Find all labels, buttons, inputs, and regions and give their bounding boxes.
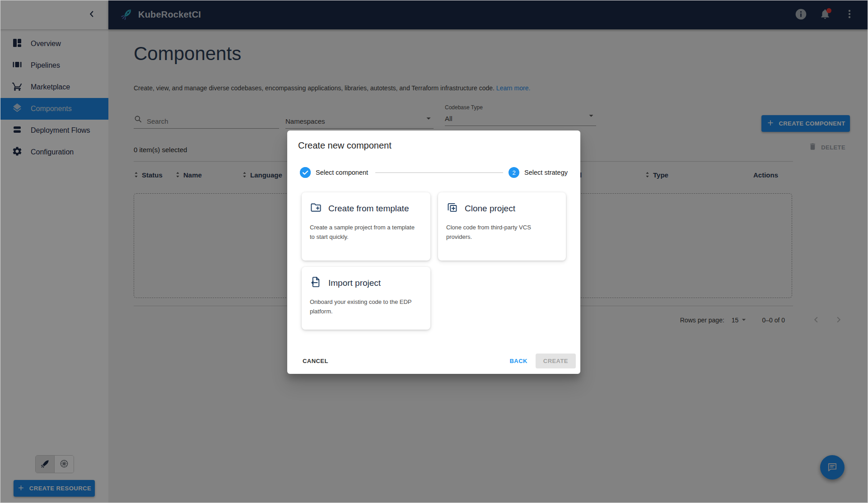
step-number-badge: 2 [509,167,519,178]
strategy-cards: Create from template Create a sample pro… [298,192,569,330]
file-import-icon [310,276,322,290]
card-header: Create from template [310,201,422,215]
check-circle-icon [300,167,311,178]
cancel-button[interactable]: CANCEL [298,354,333,368]
step-label: Select component [316,169,368,176]
folder-plus-icon [310,201,322,215]
back-button[interactable]: BACK [505,354,532,368]
card-title: Clone project [465,204,515,214]
card-description: Onboard your existing code to the EDP pl… [310,297,422,317]
card-title: Import project [328,278,381,288]
app-screen: Overview Pipelines Marketplace Component… [0,0,868,503]
import-project-card[interactable]: Import project Onboard your existing cod… [302,267,430,330]
create-component-dialog: Create new component Select component 2 … [287,130,580,374]
card-description: Clone code from third-party VCS provider… [446,223,558,242]
step-select-component: Select component [300,167,368,178]
copy-plus-icon [446,201,458,215]
card-title: Create from template [328,204,409,214]
dialog-title: Create new component [298,140,569,151]
create-from-template-card[interactable]: Create from template Create a sample pro… [302,192,430,261]
card-description: Create a sample project from a template … [310,223,422,242]
clone-project-card[interactable]: Clone project Clone code from third-part… [438,192,566,261]
card-header: Import project [310,276,422,290]
create-button[interactable]: CREATE [536,354,576,368]
step-select-strategy: 2 Select strategy [509,167,568,178]
stepper: Select component 2 Select strategy [298,167,569,178]
step-label: Select strategy [524,169,568,176]
card-header: Clone project [446,201,558,215]
step-connector [375,172,503,173]
dialog-footer: CANCEL BACK CREATE [298,354,576,368]
